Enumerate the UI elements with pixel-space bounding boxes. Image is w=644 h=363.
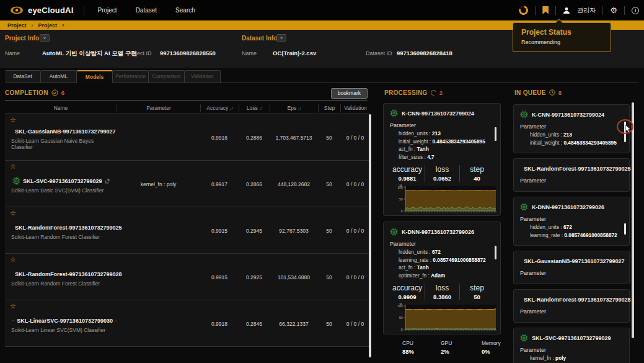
step-cell: 50 (318, 321, 340, 327)
param-scrollbar-thumb[interactable] (495, 127, 496, 141)
tab[interactable]: Comparison (149, 70, 185, 83)
model-name[interactable]: SKL-GaussianNB-99713610732799027 (15, 128, 116, 135)
table-row[interactable]: ☆ SKL-RandomForest-99713610732799028 (5, 254, 370, 300)
project-name-label: Name (5, 50, 20, 56)
external-link-icon[interactable] (115, 318, 117, 323)
sort-icon[interactable]: ↓↑ (259, 106, 262, 110)
svg-text:100: 100 (397, 186, 403, 189)
parameter-list: kernel_fn : poly (530, 354, 623, 362)
settings-gear-icon[interactable]: ⚙ (610, 6, 617, 14)
completion-scrollbar[interactable] (369, 114, 371, 357)
column-header-name[interactable]: Name (5, 104, 117, 112)
model-name: K-CNN-99713610732799024 (532, 112, 604, 118)
loss-cell: 0.2846 (239, 321, 270, 327)
column-header-validation[interactable]: Validation ⓘ (340, 104, 370, 112)
usage-row: CPU 88% GPU 2% Memory 0% (390, 340, 494, 355)
loss-cell: 0.2886 (239, 135, 270, 141)
completion-panel: COMPLETION 6 bookmark Name Parameter Acc… (5, 88, 370, 359)
svg-text:0: 0 (401, 328, 403, 331)
tab[interactable]: DataSet (5, 70, 41, 83)
in-queue-scrollbar[interactable] (632, 102, 634, 338)
parameter-label: Parameter (520, 123, 623, 130)
queue-card[interactable]: SKL-SVC-99713610732799029 Parameter kern… (513, 328, 630, 363)
queue-card[interactable]: SKL-GaussianNB-99713610732799027 Paramet… (513, 251, 630, 284)
queue-cards: K-CNN-99713610732799024 Parameter hidden… (513, 104, 630, 363)
chip-icon (390, 109, 398, 117)
queue-card[interactable]: SKL-RandomForest-99713610732799025 Param… (513, 158, 630, 192)
table-row[interactable]: ☆ SKL-SVC-99713610732799029 (5, 161, 370, 207)
tab[interactable]: Performance (113, 70, 149, 83)
svg-text:50: 50 (399, 316, 403, 320)
tab[interactable]: AutoML (41, 70, 77, 83)
tab[interactable]: Validation (185, 70, 221, 83)
param-scrollbar-thumb[interactable] (495, 246, 496, 259)
processing-card[interactable]: K-CNN-99713610732799024 Parameter hidden… (383, 103, 501, 216)
resource-usage-chart: %050100 (391, 302, 494, 339)
bookmark-icon[interactable] (542, 6, 549, 14)
status-spinner-icon[interactable] (518, 4, 530, 16)
column-header-parameter[interactable]: Parameter (117, 104, 200, 112)
menu-item-dataset[interactable]: Dataset (136, 7, 157, 14)
breadcrumb-item-project-2[interactable]: Project (38, 22, 58, 29)
user-icon[interactable] (563, 7, 570, 14)
project-info-collapse-button[interactable]: ˅ (40, 34, 50, 42)
model-name[interactable]: SKL-RandomForest-99713610732799025 (15, 225, 122, 231)
column-header-eps[interactable]: Eps ↓↑ (270, 104, 318, 112)
metrics-row: accuracy 0.9881 loss 0.0652 step 40 (390, 165, 494, 182)
completion-count: 6 (61, 89, 64, 96)
completion-title: COMPLETION (5, 89, 48, 96)
parameter-list: hidden_units : 213 initial_weight : 0.48… (399, 130, 494, 161)
icon-separator (535, 6, 536, 15)
parameter-label: Parameter (520, 270, 623, 276)
eps-cell: 66,322.1337 (270, 321, 318, 327)
breadcrumb-caret-icon[interactable]: ▾ (62, 23, 64, 28)
param-scrollbar-thumb[interactable] (624, 223, 626, 235)
queue-card[interactable]: K-CNN-99713610732799024 Parameter hidden… (513, 104, 630, 153)
accuracy-cell: 0.9915 (200, 228, 239, 234)
table-row[interactable]: ☆ SKL-LinearSVC-99713610732799030 (5, 300, 370, 347)
metric-step: step 40 (459, 165, 494, 182)
resource-usage-chart: %050100 (391, 184, 494, 221)
parameter-label: Parameter (390, 122, 494, 128)
chip-icon (520, 110, 528, 119)
external-link-icon[interactable] (105, 179, 110, 184)
chip-icon (12, 316, 14, 325)
processing-card[interactable]: K-DNN-99713610732799026 Parameter hidden… (383, 222, 501, 334)
parameter-line: initial_weight : 0.48453834293405895 (399, 138, 494, 146)
breadcrumb-item-project[interactable]: Project (7, 22, 27, 29)
column-header-loss[interactable]: Loss ↓↑ (239, 104, 270, 112)
queue-card[interactable]: K-DNN-99713610732799026 Parameter hidden… (513, 197, 630, 246)
metrics-row: accuracy 0.9909 loss 8.3860 step 50 (390, 284, 494, 300)
parameter-label: Parameter (390, 241, 494, 247)
queue-card[interactable]: SKL-RandomForest-99713610732799028 Param… (513, 289, 630, 323)
menu-item-project[interactable]: Project (98, 7, 117, 14)
tab-bar: DataSet AutoML Models Performance Compar… (5, 70, 221, 83)
processing-spinner-icon (430, 89, 437, 96)
parameter-label: Parameter (520, 216, 623, 222)
sort-icon[interactable]: ↓↑ (230, 106, 233, 110)
loss-cell: 0.2925 (239, 274, 270, 280)
table-row[interactable]: ☆ SKL-GaussianNB-99713610732799027 (5, 114, 370, 161)
info-icon[interactable]: i (632, 7, 639, 14)
sort-icon[interactable]: ↓↑ (298, 106, 301, 110)
model-name-cell: SKL-RandomForest-99713610732799028 Sciki… (5, 267, 117, 287)
bookmark-button[interactable]: bookmark (331, 88, 368, 99)
table-row[interactable]: ☆ SKL-RandomForest-99713610732799025 (5, 207, 370, 254)
logo[interactable]: eyeCloudAI (10, 6, 74, 15)
icon-separator (555, 6, 556, 15)
column-header-step[interactable]: Step (318, 104, 340, 112)
menu-item-search[interactable]: Search (175, 7, 195, 14)
dataset-info-collapse-button[interactable]: ˅ (276, 34, 286, 42)
model-name[interactable]: SKL-SVC-99713610732799029 (23, 178, 102, 184)
project-status-popup: Project Status Recommending (513, 22, 611, 52)
check-circle-icon (51, 89, 58, 96)
model-name[interactable]: SKL-RandomForest-99713610732799028 (15, 271, 122, 277)
tab[interactable]: Models (77, 70, 113, 83)
model-table: ☆ SKL-GaussianNB-99713610732799027 (5, 114, 370, 347)
column-header-accuracy[interactable]: Accuracy ↓↑ (200, 104, 239, 112)
admin-user-label[interactable]: 관리자 (577, 6, 596, 15)
validation-cell: 0 / 0 / 0 (340, 135, 370, 141)
model-name[interactable]: SKL-LinearSVC-99713610732799030 (17, 318, 113, 324)
chip-icon (390, 228, 398, 236)
parameter-line: learning_rate : 0.08574691000858872 (399, 256, 494, 264)
